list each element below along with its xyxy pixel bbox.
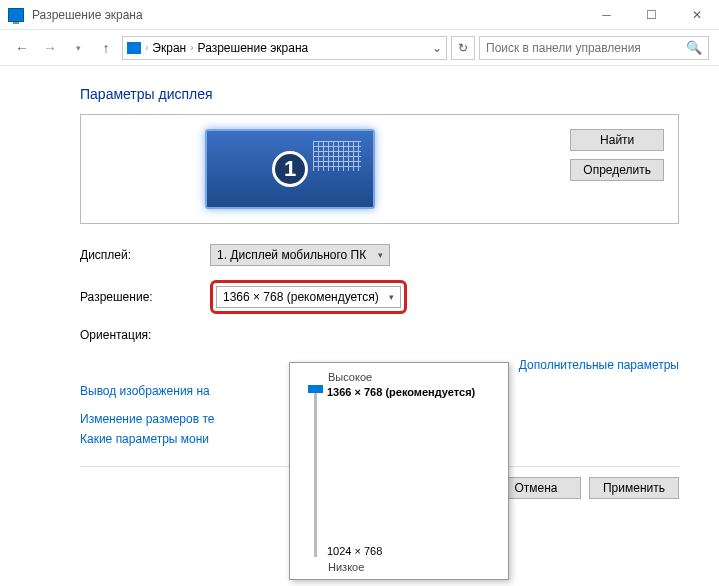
orientation-label: Ориентация: [80,328,210,342]
breadcrumb-field[interactable]: › Экран › Разрешение экрана ⌄ [122,36,447,60]
minimize-button[interactable]: ─ [584,0,629,29]
content-area: Параметры дисплея 1 Найти Определить Дис… [0,66,719,519]
apply-button[interactable]: Применить [589,477,679,499]
dropdown-low-label: Низкое [328,561,498,573]
breadcrumb-part2[interactable]: Разрешение экрана [198,41,309,55]
chevron-down-icon: ▾ [378,250,383,260]
resolution-highlight: 1366 × 768 (рекомендуется) ▾ [210,280,407,314]
resolution-row: Разрешение: 1366 × 768 (рекомендуется) ▾ [80,280,679,314]
search-field[interactable]: 🔍 [479,36,709,60]
find-button[interactable]: Найти [570,129,664,151]
page-heading: Параметры дисплея [80,86,679,102]
close-button[interactable]: ✕ [674,0,719,29]
search-icon[interactable]: 🔍 [686,40,702,55]
resolution-option-min[interactable]: 1024 × 768 [327,545,382,557]
window-controls: ─ ☐ ✕ [584,0,719,29]
orientation-row: Ориентация: [80,328,679,342]
display-value: 1. Дисплей мобильного ПК [217,248,366,262]
navbar: ← → ▾ ↑ › Экран › Разрешение экрана ⌄ ↻ … [0,30,719,66]
app-icon [8,8,24,22]
breadcrumb-part1[interactable]: Экран [152,41,186,55]
advanced-params-link[interactable]: Дополнительные параметры [519,358,679,372]
detect-button[interactable]: Определить [570,159,664,181]
chevron-right-icon: › [190,42,193,53]
window-title: Разрешение экрана [32,8,584,22]
search-input[interactable] [486,41,686,55]
dropdown-high-label: Высокое [328,371,498,383]
maximize-button[interactable]: ☐ [629,0,674,29]
dropdown-body: 1366 × 768 (рекомендуется) 1024 × 768 [300,387,498,557]
refresh-button[interactable]: ↻ [451,36,475,60]
back-button[interactable]: ← [10,36,34,60]
breadcrumb-dropdown[interactable]: ⌄ [432,41,442,55]
display-label: Дисплей: [80,248,210,262]
monitor-preview[interactable]: 1 [205,129,375,209]
history-dropdown[interactable]: ▾ [66,36,90,60]
dropdown-options: 1366 × 768 (рекомендуется) 1024 × 768 [327,387,498,557]
display-row: Дисплей: 1. Дисплей мобильного ПК ▾ [80,244,679,266]
grid-icon [313,141,361,171]
monitor-icon [127,42,141,54]
resolution-slider-thumb[interactable] [308,385,323,393]
resolution-select[interactable]: 1366 × 768 (рекомендуется) ▾ [216,286,401,308]
chevron-right-icon: › [145,42,148,53]
resolution-label: Разрешение: [80,290,210,304]
resolution-value: 1366 × 768 (рекомендуется) [223,290,379,304]
resolution-dropdown-popup: Высокое 1366 × 768 (рекомендуется) 1024 … [289,362,509,580]
display-select[interactable]: 1. Дисплей мобильного ПК ▾ [210,244,390,266]
hint-prefix[interactable]: Вывод изображения на [80,384,210,398]
preview-buttons: Найти Определить [570,129,664,181]
monitor-number: 1 [272,151,308,187]
forward-button: → [38,36,62,60]
chevron-down-icon: ▾ [389,292,394,302]
display-preview-box: 1 Найти Определить [80,114,679,224]
up-button[interactable]: ↑ [94,36,118,60]
titlebar: Разрешение экрана ─ ☐ ✕ [0,0,719,30]
resolution-option-max[interactable]: 1366 × 768 (рекомендуется) [327,386,475,398]
resolution-slider-track[interactable] [314,387,317,557]
